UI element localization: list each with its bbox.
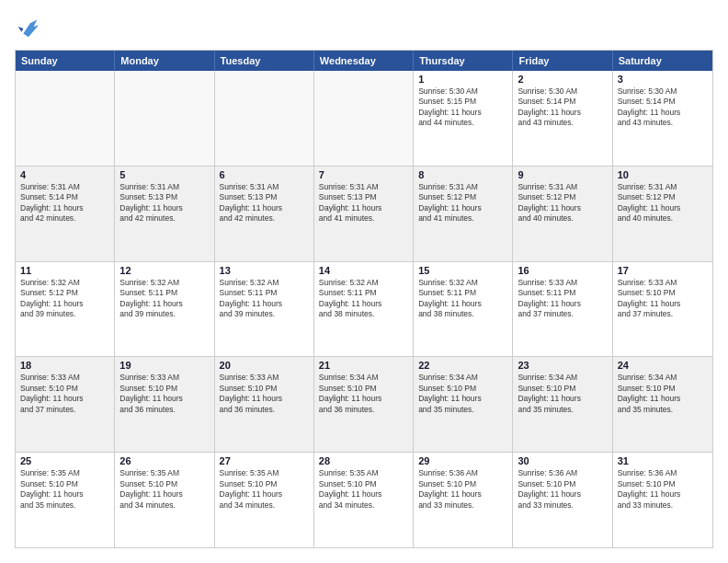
cell-info: Sunrise: 5:35 AM Sunset: 5:10 PM Dayligh… [220, 468, 309, 511]
cell-info: Sunrise: 5:34 AM Sunset: 5:10 PM Dayligh… [319, 373, 408, 415]
cell-info: Sunrise: 5:31 AM Sunset: 5:12 PM Dayligh… [418, 182, 507, 224]
day-number: 20 [220, 360, 309, 371]
cal-cell-26: 26Sunrise: 5:35 AM Sunset: 5:10 PM Dayli… [115, 453, 214, 547]
cal-cell-empty-3 [314, 71, 414, 166]
page: SundayMondayTuesdayWednesdayThursdayFrid… [0, 0, 728, 563]
cal-cell-4: 4Sunrise: 5:31 AM Sunset: 5:14 PM Daylig… [16, 167, 115, 261]
day-number: 26 [119, 455, 209, 466]
cal-header-wednesday: Wednesday [314, 51, 414, 71]
cell-info: Sunrise: 5:31 AM Sunset: 5:13 PM Dayligh… [220, 182, 309, 224]
day-number: 10 [618, 169, 708, 180]
cal-cell-2: 2Sunrise: 5:30 AM Sunset: 5:14 PM Daylig… [513, 71, 612, 166]
cell-info: Sunrise: 5:36 AM Sunset: 5:10 PM Dayligh… [518, 468, 607, 511]
cal-cell-12: 12Sunrise: 5:32 AM Sunset: 5:11 PM Dayli… [115, 262, 214, 357]
cal-row-3: 18Sunrise: 5:33 AM Sunset: 5:10 PM Dayli… [16, 356, 712, 452]
calendar-body: 1Sunrise: 5:30 AM Sunset: 5:15 PM Daylig… [16, 71, 712, 547]
cell-info: Sunrise: 5:33 AM Sunset: 5:10 PM Dayligh… [20, 373, 109, 415]
cell-info: Sunrise: 5:31 AM Sunset: 5:13 PM Dayligh… [319, 182, 408, 224]
day-number: 18 [20, 360, 109, 371]
cal-header-tuesday: Tuesday [215, 51, 314, 71]
cal-row-4: 25Sunrise: 5:35 AM Sunset: 5:10 PM Dayli… [16, 452, 712, 547]
cell-info: Sunrise: 5:34 AM Sunset: 5:10 PM Dayligh… [618, 373, 708, 415]
day-number: 25 [20, 455, 109, 466]
cal-cell-20: 20Sunrise: 5:33 AM Sunset: 5:10 PM Dayli… [215, 357, 314, 452]
cal-cell-empty-1 [115, 71, 214, 166]
day-number: 1 [418, 74, 507, 85]
cell-info: Sunrise: 5:30 AM Sunset: 5:14 PM Dayligh… [618, 86, 708, 129]
cell-info: Sunrise: 5:32 AM Sunset: 5:11 PM Dayligh… [119, 278, 209, 320]
cal-cell-11: 11Sunrise: 5:32 AM Sunset: 5:12 PM Dayli… [16, 262, 115, 357]
cal-cell-22: 22Sunrise: 5:34 AM Sunset: 5:10 PM Dayli… [414, 357, 513, 452]
cal-cell-16: 16Sunrise: 5:33 AM Sunset: 5:11 PM Dayli… [513, 262, 612, 357]
cell-info: Sunrise: 5:35 AM Sunset: 5:10 PM Dayligh… [20, 468, 109, 511]
cell-info: Sunrise: 5:35 AM Sunset: 5:10 PM Dayligh… [319, 468, 408, 511]
cell-info: Sunrise: 5:33 AM Sunset: 5:11 PM Dayligh… [518, 278, 607, 320]
cell-info: Sunrise: 5:33 AM Sunset: 5:10 PM Dayligh… [618, 278, 708, 320]
header [15, 15, 713, 40]
cal-header-monday: Monday [115, 51, 214, 71]
calendar-header: SundayMondayTuesdayWednesdayThursdayFrid… [16, 51, 712, 71]
calendar: SundayMondayTuesdayWednesdayThursdayFrid… [15, 50, 713, 548]
cal-cell-31: 31Sunrise: 5:36 AM Sunset: 5:10 PM Dayli… [613, 453, 712, 547]
day-number: 12 [119, 265, 209, 276]
day-number: 5 [119, 169, 209, 180]
cal-cell-7: 7Sunrise: 5:31 AM Sunset: 5:13 PM Daylig… [314, 167, 414, 261]
cell-info: Sunrise: 5:33 AM Sunset: 5:10 PM Dayligh… [220, 373, 309, 415]
cell-info: Sunrise: 5:31 AM Sunset: 5:13 PM Dayligh… [119, 182, 209, 224]
cal-header-sunday: Sunday [16, 51, 115, 71]
logo-icon [15, 15, 40, 40]
cal-cell-17: 17Sunrise: 5:33 AM Sunset: 5:10 PM Dayli… [613, 262, 712, 357]
day-number: 13 [220, 265, 309, 276]
day-number: 2 [518, 74, 607, 85]
day-number: 27 [220, 455, 309, 466]
day-number: 11 [20, 265, 109, 276]
cell-info: Sunrise: 5:31 AM Sunset: 5:14 PM Dayligh… [20, 182, 109, 224]
cal-cell-empty-0 [16, 71, 115, 166]
cal-row-1: 4Sunrise: 5:31 AM Sunset: 5:14 PM Daylig… [16, 166, 712, 261]
cal-cell-28: 28Sunrise: 5:35 AM Sunset: 5:10 PM Dayli… [314, 453, 414, 547]
day-number: 23 [518, 360, 607, 371]
cell-info: Sunrise: 5:31 AM Sunset: 5:12 PM Dayligh… [618, 182, 708, 224]
cal-cell-1: 1Sunrise: 5:30 AM Sunset: 5:15 PM Daylig… [414, 71, 513, 166]
day-number: 16 [518, 265, 607, 276]
day-number: 31 [618, 455, 708, 466]
cal-header-thursday: Thursday [414, 51, 513, 71]
svg-marker-1 [18, 27, 24, 32]
cal-cell-29: 29Sunrise: 5:36 AM Sunset: 5:10 PM Dayli… [414, 453, 513, 547]
cell-info: Sunrise: 5:36 AM Sunset: 5:10 PM Dayligh… [418, 468, 507, 511]
day-number: 7 [319, 169, 408, 180]
cal-cell-27: 27Sunrise: 5:35 AM Sunset: 5:10 PM Dayli… [215, 453, 314, 547]
logo [15, 15, 44, 40]
cal-cell-24: 24Sunrise: 5:34 AM Sunset: 5:10 PM Dayli… [613, 357, 712, 452]
day-number: 28 [319, 455, 408, 466]
cal-header-friday: Friday [513, 51, 612, 71]
cal-cell-14: 14Sunrise: 5:32 AM Sunset: 5:11 PM Dayli… [314, 262, 414, 357]
cal-row-0: 1Sunrise: 5:30 AM Sunset: 5:15 PM Daylig… [16, 71, 712, 166]
day-number: 21 [319, 360, 408, 371]
day-number: 30 [518, 455, 607, 466]
cal-cell-19: 19Sunrise: 5:33 AM Sunset: 5:10 PM Dayli… [115, 357, 214, 452]
cal-cell-30: 30Sunrise: 5:36 AM Sunset: 5:10 PM Dayli… [513, 453, 612, 547]
svg-marker-0 [23, 20, 39, 38]
cell-info: Sunrise: 5:32 AM Sunset: 5:12 PM Dayligh… [20, 278, 109, 320]
cell-info: Sunrise: 5:30 AM Sunset: 5:14 PM Dayligh… [518, 86, 607, 129]
cal-cell-5: 5Sunrise: 5:31 AM Sunset: 5:13 PM Daylig… [115, 167, 214, 261]
day-number: 29 [418, 455, 507, 466]
cell-info: Sunrise: 5:32 AM Sunset: 5:11 PM Dayligh… [418, 278, 507, 320]
cal-cell-15: 15Sunrise: 5:32 AM Sunset: 5:11 PM Dayli… [414, 262, 513, 357]
cell-info: Sunrise: 5:33 AM Sunset: 5:10 PM Dayligh… [119, 373, 209, 415]
cal-cell-9: 9Sunrise: 5:31 AM Sunset: 5:12 PM Daylig… [513, 167, 612, 261]
cal-row-2: 11Sunrise: 5:32 AM Sunset: 5:12 PM Dayli… [16, 261, 712, 357]
cal-cell-6: 6Sunrise: 5:31 AM Sunset: 5:13 PM Daylig… [215, 167, 314, 261]
day-number: 15 [418, 265, 507, 276]
cal-cell-13: 13Sunrise: 5:32 AM Sunset: 5:11 PM Dayli… [215, 262, 314, 357]
cell-info: Sunrise: 5:32 AM Sunset: 5:11 PM Dayligh… [319, 278, 408, 320]
cell-info: Sunrise: 5:35 AM Sunset: 5:10 PM Dayligh… [119, 468, 209, 511]
day-number: 9 [518, 169, 607, 180]
cal-cell-empty-2 [215, 71, 314, 166]
cal-header-saturday: Saturday [613, 51, 712, 71]
day-number: 8 [418, 169, 507, 180]
day-number: 4 [20, 169, 109, 180]
day-number: 6 [220, 169, 309, 180]
cell-info: Sunrise: 5:34 AM Sunset: 5:10 PM Dayligh… [518, 373, 607, 415]
